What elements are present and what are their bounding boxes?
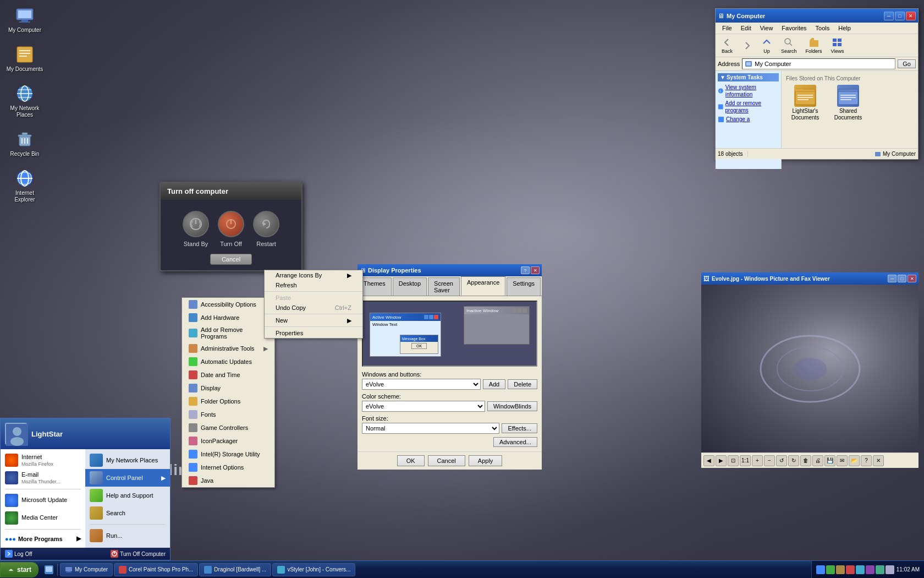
minimize-button[interactable]: ─ — [884, 12, 894, 20]
pic-rotate-cw-button[interactable]: ↻ — [788, 455, 799, 466]
font-size-select[interactable]: Normal — [362, 423, 499, 434]
turnoff-bottom-button[interactable]: Turn Off Computer — [111, 550, 166, 558]
back-button[interactable]: Back — [718, 35, 736, 56]
pic-prev-button[interactable]: ◀ — [703, 455, 714, 466]
taskbar-btn-corel[interactable]: Corel Paint Shop Pro Ph... — [114, 563, 198, 576]
sm-email-item[interactable]: E-mail Mozilla Thunder... — [1, 469, 85, 487]
menu-help[interactable]: Help — [834, 24, 855, 32]
cp-auto-updates[interactable]: Automatic Updates — [182, 355, 274, 368]
display-cancel-button[interactable]: Cancel — [428, 455, 465, 466]
sm-internet-item[interactable]: Internet Mozilla Firefox — [1, 451, 85, 469]
maximize-button[interactable]: □ — [895, 12, 905, 20]
menu-file[interactable]: File — [718, 24, 736, 32]
pic-help-button[interactable]: ? — [861, 455, 872, 466]
pic-open-button[interactable]: 📂 — [849, 455, 860, 466]
change-link[interactable]: Change a — [718, 116, 779, 123]
desktop-icon-my-computer[interactable]: My Computer — [6, 6, 44, 34]
delete-button[interactable]: Delete — [508, 379, 537, 389]
cp-fonts[interactable]: Fonts — [182, 408, 274, 421]
system-tasks-header[interactable]: ▼ System Tasks — [718, 73, 779, 81]
pic-viewer-titlebar[interactable]: 🖼 Evolve.jpg - Windows Picture and Fax V… — [701, 272, 919, 285]
cp-date-time[interactable]: Date and Time — [182, 368, 274, 381]
tab-appearance[interactable]: Appearance — [461, 276, 505, 296]
ctx-arrange-icons[interactable]: Arrange Icons By ▶ — [265, 270, 362, 280]
cp-folder-options[interactable]: Folder Options — [182, 395, 274, 408]
sm-search[interactable]: Search — [85, 504, 170, 522]
menu-tools[interactable]: Tools — [811, 24, 834, 32]
pic-email-button[interactable]: ✉ — [837, 455, 848, 466]
menu-view[interactable]: View — [756, 24, 778, 32]
cp-iconpackager[interactable]: IconPackager — [182, 434, 274, 448]
sm-mediacenter-item[interactable]: Media Center — [1, 509, 85, 527]
pic-next-button[interactable]: ▶ — [716, 455, 727, 466]
color-scheme-select[interactable]: eVolve — [362, 401, 485, 412]
display-ok-button[interactable]: OK — [397, 455, 425, 466]
shared-documents[interactable]: Shared Documents — [829, 85, 867, 121]
tray-icon-7[interactable] — [876, 565, 884, 574]
menu-edit[interactable]: Edit — [736, 24, 756, 32]
logoff-button[interactable]: Log Off — [5, 550, 32, 558]
display-dialog-titlebar[interactable]: 🖥 Display Properties ? ✕ — [358, 264, 542, 276]
display-apply-button[interactable]: Apply — [469, 455, 503, 466]
pic-zoom-out-button[interactable]: − — [764, 455, 775, 466]
add-button[interactable]: Add — [483, 379, 506, 389]
tray-time[interactable]: 11:02 AM — [897, 566, 920, 572]
go-button[interactable]: Go — [898, 59, 916, 68]
sm-help[interactable]: Help and Support — [85, 487, 170, 504]
cp-game-controllers[interactable]: Game Controllers — [182, 421, 274, 434]
windowblinds-button[interactable]: WindowBlinds — [487, 401, 537, 411]
tab-screen-saver[interactable]: Screen Saver — [428, 277, 460, 296]
cp-intel-storage[interactable]: Intel(R) Storage Utility — [182, 448, 274, 461]
sm-control-panel[interactable]: Control Panel ▶ — [85, 469, 170, 487]
pic-zoom-in-button[interactable]: + — [752, 455, 763, 466]
pic-maximize-button[interactable]: □ — [898, 275, 906, 282]
restart-button[interactable]: Restart — [253, 211, 279, 247]
pic-rotate-ccw-button[interactable]: ↺ — [776, 455, 787, 466]
up-button[interactable]: Up — [757, 35, 776, 56]
close-button[interactable]: ✕ — [906, 12, 916, 20]
ctx-refresh[interactable]: Refresh — [265, 280, 362, 290]
windows-buttons-select[interactable]: eVolve — [362, 379, 481, 390]
pic-delete-button[interactable]: 🗑 — [800, 455, 811, 466]
cp-accessibility[interactable]: Accessibility Options — [182, 298, 274, 311]
desktop-icon-my-network-places[interactable]: My Network Places — [6, 84, 44, 118]
desktop-icon-internet-explorer[interactable]: Internet Explorer — [6, 168, 44, 203]
cancel-button[interactable]: Cancel — [210, 254, 252, 265]
tab-desktop[interactable]: Desktop — [393, 277, 427, 296]
views-button[interactable]: Views — [827, 35, 848, 56]
lightstar-documents[interactable]: LightStar's Documents — [786, 85, 824, 121]
pic-minimize-button[interactable]: ─ — [888, 275, 897, 282]
cp-add-hardware[interactable]: Add Hardware — [182, 311, 274, 324]
pic-print-button[interactable]: 🖨 — [812, 455, 823, 466]
tray-icon-6[interactable] — [866, 565, 875, 574]
ctx-undo-copy[interactable]: Undo Copy Ctrl+Z — [265, 303, 362, 313]
sm-my-network-places[interactable]: My Network Places — [85, 451, 170, 469]
desktop-icon-recycle-bin[interactable]: Recycle Bin — [6, 129, 44, 157]
taskbar-btn-my-computer[interactable]: My Computer — [60, 563, 113, 576]
tray-icon-1[interactable] — [816, 565, 825, 574]
sm-more-programs[interactable]: ●●● More Programs ▶ — [1, 532, 85, 546]
preview-ok-button[interactable]: OK — [411, 343, 427, 349]
sm-run[interactable]: Run... — [85, 527, 170, 544]
pic-best-fit-button[interactable]: ⊡ — [728, 455, 739, 466]
address-input[interactable]: My Computer — [742, 58, 895, 69]
cp-internet-options[interactable]: Internet Options — [182, 461, 274, 474]
effects-button[interactable]: Effects... — [502, 423, 537, 433]
add-remove-programs-link[interactable]: Add or remove programs — [718, 100, 779, 114]
tray-icon-2[interactable] — [826, 565, 835, 574]
menu-favorites[interactable]: Favorites — [777, 24, 811, 32]
forward-button[interactable] — [738, 39, 756, 53]
display-help-button[interactable]: ? — [521, 266, 530, 274]
advanced-button[interactable]: Advanced... — [493, 437, 537, 447]
taskbar-btn-draginol[interactable]: Draginol [Bardwell] ... — [199, 563, 271, 576]
cp-java[interactable]: Java — [182, 474, 274, 487]
desktop-icon-my-documents[interactable]: My Documents — [6, 45, 44, 73]
standby-button[interactable]: Stand By — [183, 211, 209, 247]
ctx-new[interactable]: New ▶ — [265, 315, 362, 325]
tray-icon-5[interactable] — [856, 565, 865, 574]
pic-close-toolbar-button[interactable]: ✕ — [873, 455, 884, 466]
search-button[interactable]: Search — [777, 35, 801, 56]
cp-add-remove[interactable]: Add or Remove Programs — [182, 324, 274, 342]
tray-icon-3[interactable] — [836, 565, 845, 574]
folders-button[interactable]: Folders — [802, 35, 826, 56]
